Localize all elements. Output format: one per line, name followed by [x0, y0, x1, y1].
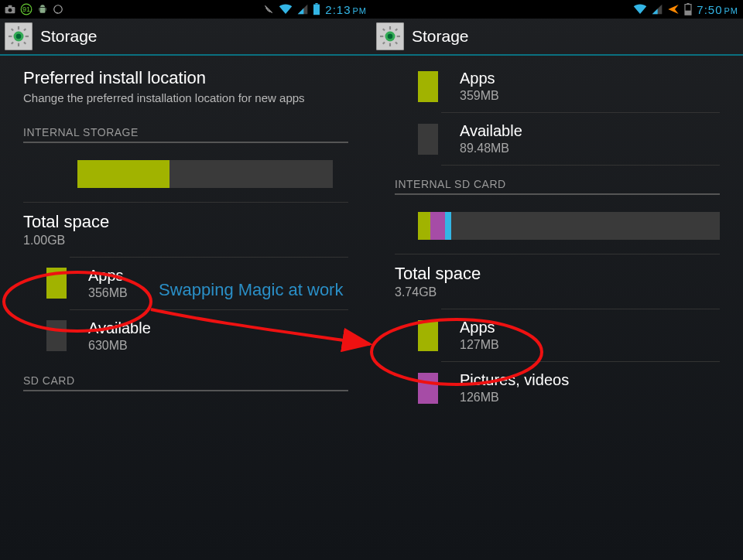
storage-bar[interactable]	[372, 198, 743, 254]
svg-rect-29	[395, 42, 398, 45]
total-value: 1.00GB	[23, 234, 109, 248]
app-header: Storage	[0, 19, 372, 56]
svg-point-4	[54, 5, 63, 14]
svg-rect-10	[18, 43, 19, 46]
svg-rect-26	[382, 28, 385, 31]
total-label: Total space	[23, 212, 109, 232]
clock: 2:13PM	[325, 3, 367, 16]
bar-seg	[430, 212, 446, 240]
svg-rect-19	[685, 11, 691, 15]
color-swatch	[418, 320, 438, 351]
status-bar: 91	[0, 0, 372, 19]
bar-seg	[418, 212, 430, 240]
total-label: Total space	[395, 264, 481, 284]
svg-rect-14	[23, 28, 26, 31]
mute-icon	[263, 4, 274, 15]
row-total-space[interactable]: Total space 3.74GB	[372, 254, 743, 309]
row-available[interactable]: Available89.48MB	[372, 113, 743, 165]
signal-icon	[297, 4, 308, 15]
settings-icon	[5, 22, 33, 50]
row-label: Pictures, videos	[460, 371, 569, 389]
row-apps[interactable]: Apps127MB	[372, 309, 743, 361]
color-swatch	[418, 124, 438, 155]
svg-rect-15	[11, 42, 14, 45]
row-available[interactable]: Available630MB	[0, 310, 372, 362]
svg-rect-23	[389, 43, 391, 46]
android-icon	[37, 4, 48, 15]
airplane-icon	[667, 3, 680, 15]
pref-sub: Change the preferred installation locati…	[23, 91, 348, 106]
row-value: 356MB	[88, 286, 128, 300]
svg-rect-5	[316, 3, 318, 5]
storage-bar[interactable]	[0, 146, 372, 202]
svg-rect-28	[382, 42, 385, 45]
total-value: 3.74GB	[395, 285, 481, 299]
row-apps[interactable]: Apps359MB	[372, 60, 743, 112]
row-label: Available	[88, 319, 151, 337]
svg-point-2	[9, 9, 12, 12]
svg-rect-27	[395, 28, 398, 31]
bar-seg	[77, 160, 169, 188]
row-value: 630MB	[88, 339, 151, 353]
row-value: 126MB	[460, 391, 569, 405]
color-swatch	[418, 373, 438, 404]
row-label: Apps	[460, 70, 499, 87]
row-value: 359MB	[460, 89, 499, 103]
page-title: Storage	[412, 27, 469, 46]
row-value: 127MB	[460, 338, 499, 352]
svg-rect-22	[389, 26, 391, 29]
wifi-icon	[279, 4, 293, 15]
svg-rect-6	[313, 5, 320, 15]
whatsapp-icon	[53, 4, 63, 15]
annotation-text: Swapping Magic at work	[159, 280, 343, 300]
color-swatch	[418, 71, 438, 102]
page-title: Storage	[40, 27, 98, 46]
bar-seg	[445, 212, 451, 240]
row-total-space[interactable]: Total space 1.00GB	[0, 203, 372, 257]
signal-icon	[652, 4, 663, 15]
section-internal-sd: INTERNAL SD CARD	[372, 166, 743, 198]
row-label: Apps	[460, 319, 499, 336]
camera-icon	[5, 5, 15, 14]
svg-rect-13	[11, 28, 14, 31]
svg-point-8	[16, 34, 22, 39]
svg-rect-11	[9, 36, 12, 37]
battery-icon	[313, 3, 320, 15]
row-value: 89.48MB	[460, 142, 522, 155]
settings-icon	[376, 22, 404, 50]
section-sd-card: SD CARD	[0, 362, 372, 394]
row-pictures-videos[interactable]: Pictures, videos126MB	[372, 362, 743, 414]
app-header: Storage	[372, 19, 743, 56]
svg-rect-25	[397, 36, 400, 37]
svg-rect-9	[18, 26, 19, 29]
battery-icon	[684, 3, 692, 15]
svg-rect-24	[380, 36, 383, 37]
svg-rect-16	[23, 42, 26, 45]
section-internal-storage: INTERNAL STORAGE	[0, 114, 372, 146]
svg-rect-12	[26, 36, 29, 37]
pref-install-location[interactable]: Preferred install location Change the pr…	[0, 60, 372, 114]
color-swatch	[46, 268, 67, 299]
pref-title: Preferred install location	[23, 68, 348, 88]
svg-rect-1	[9, 5, 12, 8]
clock: 7:50PM	[697, 3, 738, 16]
row-label: Available	[460, 122, 522, 140]
wifi-icon	[633, 4, 647, 15]
row-label: Apps	[88, 267, 128, 285]
svg-point-21	[388, 34, 393, 39]
badge-icon: 91	[20, 3, 33, 15]
right-screenshot: 7:50PM Storage Apps359MBAvailable89.48MB…	[372, 0, 743, 560]
status-bar: 7:50PM	[372, 0, 743, 19]
color-swatch	[46, 320, 67, 351]
